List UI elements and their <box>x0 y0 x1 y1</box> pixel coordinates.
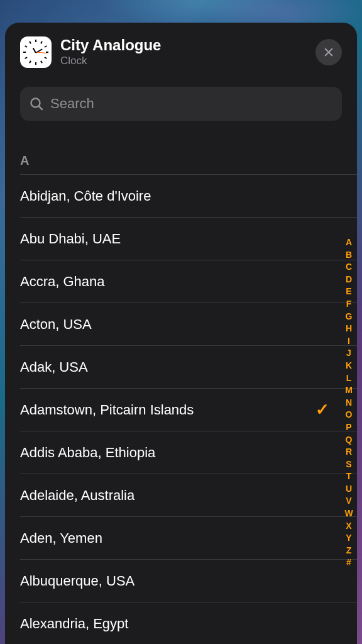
sheet-subtitle: Clock <box>60 55 315 67</box>
index-letter[interactable]: A <box>346 236 352 249</box>
city-name-label: Adak, USA <box>20 359 329 375</box>
alphabet-index-bar[interactable]: ABCDEFGHIJKLMNOPQRSTUVWXYZ# <box>343 236 354 569</box>
index-letter[interactable]: F <box>346 298 352 311</box>
search-icon <box>29 96 44 111</box>
index-letter[interactable]: K <box>346 360 352 372</box>
index-letter[interactable]: W <box>344 508 353 520</box>
index-letter[interactable]: # <box>346 557 351 569</box>
city-name-label: Addis Ababa, Ethiopia <box>20 445 329 461</box>
index-letter[interactable]: E <box>346 286 351 298</box>
index-letter[interactable]: U <box>346 483 352 496</box>
index-letter[interactable]: C <box>346 261 352 274</box>
index-letter[interactable]: B <box>346 249 352 262</box>
clock-face-icon <box>23 40 48 65</box>
city-row[interactable]: Abidjan, Côte d'Ivoire <box>20 174 357 217</box>
index-letter[interactable]: Q <box>346 434 353 447</box>
index-letter[interactable]: Y <box>346 532 351 545</box>
city-name-label: Acton, USA <box>20 316 329 333</box>
index-letter[interactable]: T <box>346 470 352 483</box>
city-row[interactable]: Adak, USA <box>20 345 357 388</box>
index-letter[interactable]: R <box>346 446 352 458</box>
city-name-label: Abu Dhabi, UAE <box>20 231 329 247</box>
section-header-letter: A <box>20 127 357 174</box>
close-button[interactable] <box>315 39 342 65</box>
city-row[interactable]: Adamstown, Pitcairn Islands✓ <box>20 388 357 431</box>
index-letter[interactable]: N <box>346 397 352 409</box>
city-name-label: Adamstown, Pitcairn Islands <box>20 402 315 418</box>
checkmark-icon: ✓ <box>315 400 329 419</box>
index-letter[interactable]: J <box>346 347 351 360</box>
city-row[interactable]: Alexandria, Egypt <box>20 602 357 644</box>
sheet-header: City Analogue Clock <box>5 23 357 75</box>
index-letter[interactable]: D <box>346 274 352 286</box>
city-row[interactable]: Abu Dhabi, UAE <box>20 217 357 260</box>
index-letter[interactable]: M <box>345 384 353 397</box>
city-row[interactable]: Accra, Ghana <box>20 260 357 303</box>
city-name-label: Abidjan, Côte d'Ivoire <box>20 188 329 204</box>
city-name-label: Alexandria, Egypt <box>20 616 329 632</box>
index-letter[interactable]: P <box>346 421 351 434</box>
city-row[interactable]: Aden, Yemen <box>20 516 357 559</box>
index-letter[interactable]: X <box>346 520 351 533</box>
search-input[interactable] <box>50 96 333 112</box>
city-name-label: Albuquerque, USA <box>20 573 329 589</box>
close-icon <box>323 47 334 58</box>
city-row[interactable]: Acton, USA <box>20 303 357 345</box>
city-picker-sheet: City Analogue Clock A Abidjan, Côte d'Iv… <box>5 23 357 644</box>
index-letter[interactable]: Z <box>346 545 352 557</box>
city-row[interactable]: Albuquerque, USA <box>20 559 357 602</box>
sheet-title: City Analogue <box>60 37 315 53</box>
index-letter[interactable]: I <box>348 335 350 348</box>
city-name-label: Aden, Yemen <box>20 530 329 547</box>
index-letter[interactable]: L <box>346 372 352 385</box>
svg-line-3 <box>39 106 42 109</box>
index-letter[interactable]: G <box>346 311 353 323</box>
clock-app-icon <box>20 36 52 68</box>
index-letter[interactable]: S <box>346 458 351 471</box>
search-field[interactable] <box>20 87 342 121</box>
index-letter[interactable]: H <box>346 323 352 335</box>
index-letter[interactable]: O <box>346 409 353 421</box>
index-letter[interactable]: V <box>346 495 351 508</box>
city-row[interactable]: Adelaide, Australia <box>20 474 357 516</box>
city-list: A Abidjan, Côte d'IvoireAbu Dhabi, UAEAc… <box>5 127 357 644</box>
city-name-label: Accra, Ghana <box>20 274 329 290</box>
city-row[interactable]: Addis Ababa, Ethiopia <box>20 431 357 474</box>
city-name-label: Adelaide, Australia <box>20 487 329 504</box>
